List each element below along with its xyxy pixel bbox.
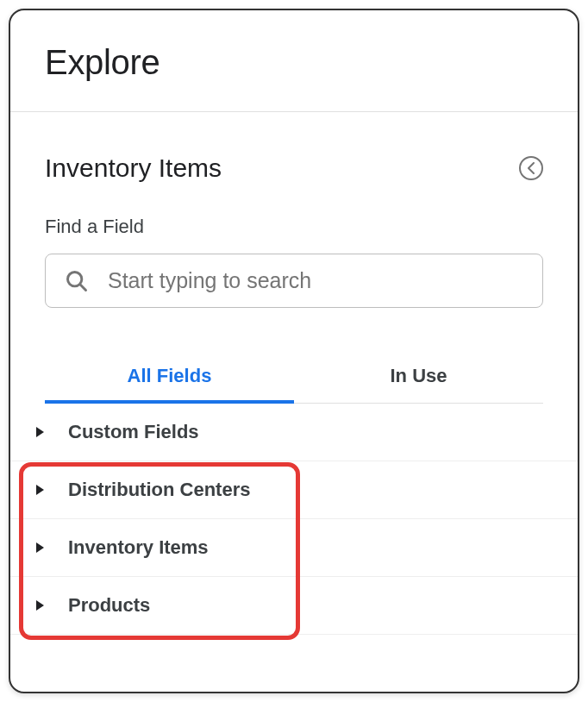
section-title: Inventory Items [45,154,222,183]
field-label: Products [68,594,150,617]
field-row-distribution-centers[interactable]: Distribution Centers [10,461,578,519]
explore-panel: Explore Inventory Items Find a Field All… [9,9,579,693]
tabs-container: All Fields In Use [45,349,543,404]
panel-header: Explore [10,10,578,112]
search-input[interactable] [108,268,523,293]
fields-section: Inventory Items Find a Field All Fields … [10,112,578,404]
field-label: Custom Fields [68,421,199,443]
search-label: Find a Field [45,216,543,238]
svg-line-1 [80,285,85,290]
field-label: Distribution Centers [68,479,250,501]
caret-right-icon [36,542,44,553]
page-title: Explore [45,43,543,82]
field-row-custom-fields[interactable]: Custom Fields [10,404,578,461]
field-row-products[interactable]: Products [10,577,578,635]
tab-in-use[interactable]: In Use [294,349,543,403]
caret-right-icon [36,485,44,495]
chevron-left-icon [527,162,535,174]
field-row-inventory-items[interactable]: Inventory Items [10,519,578,577]
field-list: Custom Fields Distribution Centers Inven… [10,404,578,635]
caret-right-icon [36,427,44,437]
search-icon [65,269,89,293]
tab-all-fields[interactable]: All Fields [45,349,294,403]
search-box[interactable] [45,254,543,308]
field-label: Inventory Items [68,536,209,559]
section-header: Inventory Items [45,154,543,183]
collapse-button[interactable] [519,156,543,180]
caret-right-icon [36,600,44,611]
